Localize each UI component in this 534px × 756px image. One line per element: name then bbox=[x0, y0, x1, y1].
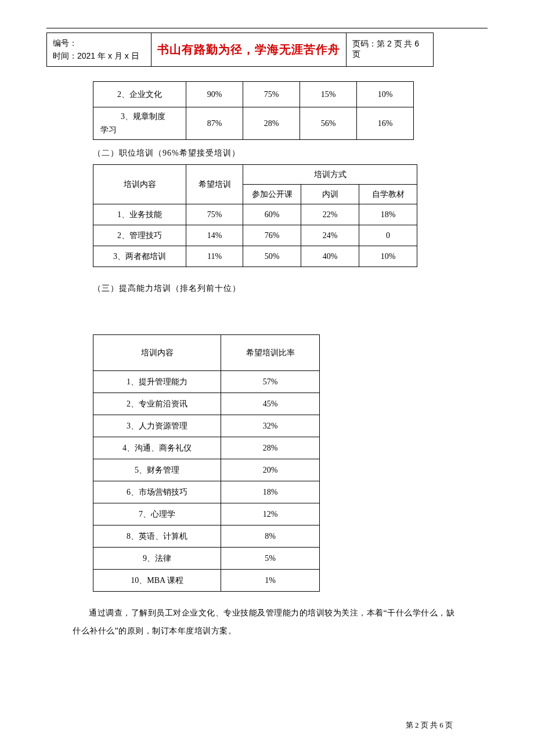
t2-r1-label: 1、业务技能 bbox=[93, 204, 186, 225]
t2-r1-m1: 60% bbox=[243, 204, 301, 225]
t1-row2-label-bottom: 学习 bbox=[100, 124, 186, 136]
t3-r7-a: 7、心理学 bbox=[93, 503, 221, 525]
header-center-cell: 书山有路勤为径，学海无涯苦作舟 bbox=[151, 33, 347, 67]
table-row: 8、英语、计算机8% bbox=[93, 525, 320, 548]
t2-r3-label: 3、两者都培训 bbox=[93, 246, 186, 267]
t1-row1-label: 2、企业文化 bbox=[93, 82, 186, 107]
header-left-cell: 编号： 时间：2021 年 x 月 x 日 bbox=[47, 33, 151, 67]
t2-r3-m1: 50% bbox=[243, 246, 301, 267]
table-row: 5、财务管理20% bbox=[93, 459, 320, 481]
t2-r3-hope: 11% bbox=[186, 246, 243, 267]
table-row: 3、人力资源管理32% bbox=[93, 415, 320, 437]
table-header-row: 培训内容 希望培训 培训方式 bbox=[93, 165, 417, 185]
page-footer: 第 2 页 共 6 页 bbox=[406, 720, 453, 730]
table-row: 2、专业前沿资讯45% bbox=[93, 393, 320, 415]
table-row: 10、MBA 课程1% bbox=[93, 570, 320, 592]
t2-r3-m2: 40% bbox=[301, 246, 359, 267]
t1-row2-v3: 56% bbox=[300, 107, 357, 140]
table-row: 3、规章制度 学习 87% 28% 56% 16% bbox=[93, 107, 414, 140]
t2-col-hope: 希望培训 bbox=[186, 165, 243, 204]
t3-r4-b: 28% bbox=[221, 437, 320, 459]
top-horizontal-rule bbox=[46, 28, 488, 28]
t2-r1-hope: 75% bbox=[186, 204, 243, 225]
section-2-heading: （二）职位培训（96%希望接受培训） bbox=[93, 148, 464, 159]
t1-row1-v1: 90% bbox=[186, 82, 243, 107]
doc-number-label: 编号： bbox=[53, 37, 145, 49]
t2-r2-m1: 76% bbox=[243, 225, 301, 246]
t2-col-m2: 内训 bbox=[301, 185, 359, 204]
t2-r2-label: 2、管理技巧 bbox=[93, 225, 186, 246]
t3-r8-b: 8% bbox=[221, 525, 320, 548]
t3-r4-a: 4、沟通、商务礼仪 bbox=[93, 437, 221, 459]
t1-row2-v2: 28% bbox=[243, 107, 300, 140]
document-content: 2、企业文化 90% 75% 15% 10% 3、规章制度 学习 87% 28%… bbox=[70, 81, 464, 640]
t1-row2-v1: 87% bbox=[186, 107, 243, 140]
t2-col-m1: 参加公开课 bbox=[243, 185, 301, 204]
t1-row1-v3: 15% bbox=[300, 82, 357, 107]
t3-r5-b: 20% bbox=[221, 459, 320, 481]
t3-r1-a: 1、提升管理能力 bbox=[93, 371, 221, 393]
t2-r2-m2: 24% bbox=[301, 225, 359, 246]
table-row: 4、沟通、商务礼仪28% bbox=[93, 437, 320, 459]
t3-col-b: 希望培训比率 bbox=[221, 335, 320, 371]
t2-col-m3: 自学教材 bbox=[359, 185, 417, 204]
t2-r2-hope: 14% bbox=[186, 225, 243, 246]
t2-r1-m3: 18% bbox=[359, 204, 417, 225]
table-1: 2、企业文化 90% 75% 15% 10% 3、规章制度 学习 87% 28%… bbox=[93, 81, 414, 140]
t1-row1-v4: 10% bbox=[357, 82, 414, 107]
header-motto: 书山有路勤为径，学海无涯苦作舟 bbox=[157, 43, 340, 56]
doc-date-label: 时间：2021 年 x 月 x 日 bbox=[53, 49, 145, 62]
t2-r1-m2: 22% bbox=[301, 204, 359, 225]
page-header-table: 编号： 时间：2021 年 x 月 x 日 书山有路勤为径，学海无涯苦作舟 页码… bbox=[46, 33, 434, 67]
table-row: 7、心理学12% bbox=[93, 503, 320, 525]
section-3-heading: （三）提高能力培训（排名列前十位） bbox=[93, 283, 464, 294]
t1-row2-label-top: 3、规章制度 bbox=[100, 110, 186, 123]
table-row: 2、企业文化 90% 75% 15% 10% bbox=[93, 82, 414, 107]
t3-r3-a: 3、人力资源管理 bbox=[93, 415, 221, 437]
header-page-indicator: 页码：第 2 页 共 6 页 bbox=[352, 39, 419, 59]
t1-row2-label: 3、规章制度 学习 bbox=[93, 107, 186, 140]
t3-r10-b: 1% bbox=[221, 570, 320, 592]
t3-r2-b: 45% bbox=[221, 393, 320, 415]
t3-r9-b: 5% bbox=[221, 548, 320, 570]
t2-col-method-group: 培训方式 bbox=[243, 165, 417, 185]
t2-col-content: 培训内容 bbox=[93, 165, 186, 204]
t3-r9-a: 9、法律 bbox=[93, 548, 221, 570]
table-row: 3、两者都培训 11% 50% 40% 10% bbox=[93, 246, 417, 267]
t1-row2-v4: 16% bbox=[357, 107, 414, 140]
table-3: 培训内容 希望培训比率 1、提升管理能力57% 2、专业前沿资讯45% 3、人力… bbox=[93, 334, 320, 592]
t3-r3-b: 32% bbox=[221, 415, 320, 437]
t3-r7-b: 12% bbox=[221, 503, 320, 525]
table-2: 培训内容 希望培训 培训方式 参加公开课 内训 自学教材 1、业务技能 75% … bbox=[93, 164, 417, 267]
summary-paragraph: 通过调查，了解到员工对企业文化、专业技能及管理能力的培训较为关注，本着“干什么学… bbox=[70, 604, 464, 640]
t1-row1-v2: 75% bbox=[243, 82, 300, 107]
t3-r2-a: 2、专业前沿资讯 bbox=[93, 393, 221, 415]
t3-r6-b: 18% bbox=[221, 481, 320, 503]
t2-r2-m3: 0 bbox=[359, 225, 417, 246]
header-right-cell: 页码：第 2 页 共 6 页 bbox=[347, 33, 434, 67]
table-row: 9、法律5% bbox=[93, 548, 320, 570]
t3-r5-a: 5、财务管理 bbox=[93, 459, 221, 481]
t3-col-a: 培训内容 bbox=[93, 335, 221, 371]
table-row: 2、管理技巧 14% 76% 24% 0 bbox=[93, 225, 417, 246]
t3-r8-a: 8、英语、计算机 bbox=[93, 525, 221, 548]
t3-r6-a: 6、市场营销技巧 bbox=[93, 481, 221, 503]
table-row: 1、业务技能 75% 60% 22% 18% bbox=[93, 204, 417, 225]
t3-r10-a: 10、MBA 课程 bbox=[93, 570, 221, 592]
t2-r3-m3: 10% bbox=[359, 246, 417, 267]
table-row: 1、提升管理能力57% bbox=[93, 371, 320, 393]
t3-r1-b: 57% bbox=[221, 371, 320, 393]
table-row: 6、市场营销技巧18% bbox=[93, 481, 320, 503]
table-header-row: 培训内容 希望培训比率 bbox=[93, 335, 320, 371]
